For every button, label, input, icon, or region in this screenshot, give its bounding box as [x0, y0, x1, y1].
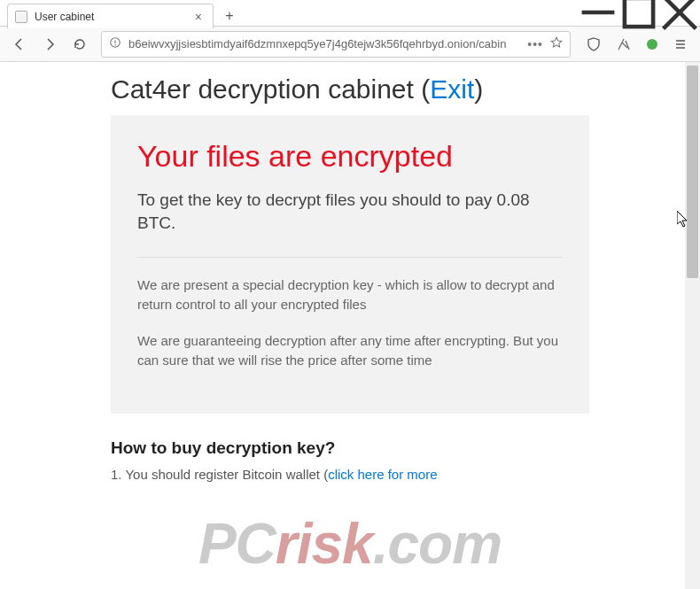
extensions-icon[interactable] [610, 31, 638, 58]
howto-step-1: 1. You should register Bitcoin wallet (c… [111, 467, 589, 482]
alert-heading: Your files are encrypted [137, 138, 563, 174]
site-info-icon[interactable] [109, 36, 121, 52]
extension-green-icon[interactable] [640, 32, 665, 57]
page-title: Cat4er decryption cabinet (Exit) [111, 74, 589, 105]
forward-button[interactable] [35, 31, 64, 58]
alert-subtext: To get the key to decrypt files you shou… [137, 189, 563, 258]
tab-title: User cabinet [35, 11, 191, 23]
browser-tab[interactable]: User cabinet × [7, 4, 214, 28]
reload-button[interactable] [66, 31, 94, 58]
back-button[interactable] [5, 31, 34, 58]
tab-close-icon[interactable]: × [191, 10, 206, 24]
page-actions-icon[interactable]: ••• [527, 37, 543, 51]
titlebar: User cabinet × + [0, 0, 700, 27]
alert-card: Your files are encrypted To get the key … [111, 115, 589, 414]
url-input[interactable] [128, 37, 520, 50]
watermark-left: PC [198, 512, 276, 576]
page-content: Cat4er decryption cabinet (Exit) Your fi… [111, 62, 589, 482]
watermark-mid: risk [276, 512, 373, 576]
svg-point-6 [114, 43, 115, 44]
page-title-text: Cat4er decryption cabinet ( [111, 74, 430, 104]
window-controls [578, 0, 700, 25]
close-window-button[interactable] [659, 0, 700, 25]
alert-paragraph-1: We are present a special decryption key … [137, 275, 563, 315]
menu-button[interactable] [666, 31, 695, 58]
browser-window: User cabinet × + [0, 0, 700, 589]
exit-link[interactable]: Exit [430, 74, 474, 104]
alert-paragraph-2: We are guaranteeing decryption after any… [137, 331, 563, 371]
tracking-protection-icon[interactable] [579, 31, 608, 58]
scrollbar-thumb[interactable] [687, 66, 698, 278]
minimize-button[interactable] [578, 0, 618, 25]
page-title-suffix: ) [474, 74, 483, 104]
howto-heading: How to buy decryption key? [111, 438, 589, 458]
svg-rect-1 [625, 0, 653, 27]
new-tab-button[interactable]: + [217, 4, 242, 28]
scrollbar-track[interactable] [685, 62, 700, 589]
address-bar[interactable]: ••• [101, 31, 571, 58]
watermark-right: .com [373, 512, 502, 576]
watermark: PCrisk.com [198, 511, 502, 577]
step-link[interactable]: click here for more [328, 467, 437, 482]
page-viewport: Cat4er decryption cabinet (Exit) Your fi… [0, 62, 700, 589]
tab-favicon [15, 11, 27, 23]
maximize-button[interactable] [618, 0, 659, 25]
step-text: 1. You should register Bitcoin wallet ( [111, 467, 328, 482]
toolbar-right [579, 31, 695, 58]
bookmark-icon[interactable] [550, 36, 563, 52]
